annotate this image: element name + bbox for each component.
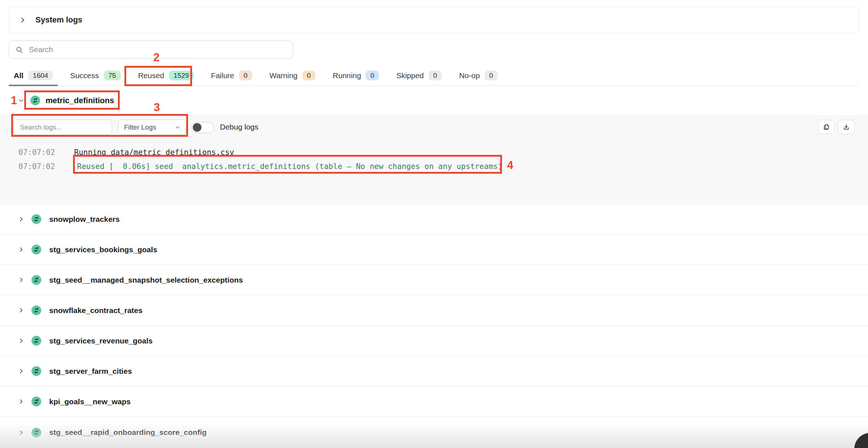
tab-count-badge: 1529 [169,71,193,80]
copy-logs-button[interactable] [818,120,835,134]
download-logs-button[interactable] [838,120,855,134]
reused-status-icon [31,336,41,346]
tab-label: Warning [269,71,297,80]
run-row[interactable]: stg_seed__managed_snapshot_selection_exc… [0,265,868,295]
run-row[interactable]: stg_seed__rapid_onboarding_score_config [0,417,868,448]
reused-status-icon [30,96,40,105]
log-message: Reused [ 0.06s] seed analytics.metric_de… [77,162,502,171]
search-icon [16,46,23,54]
run-row[interactable]: stg_services_revenue_goals [0,326,868,356]
run-row[interactable]: stg_server_farm_cities [0,356,868,386]
tab-label: Failure [211,71,234,80]
runs-list: snowplow_trackers stg_services_bookings_… [0,204,868,448]
chevron-right-icon [18,307,24,313]
tab-count-badge: 0 [302,71,316,80]
tab-label: Skipped [396,71,424,80]
chevron-right-icon [18,277,24,283]
debug-logs-label: Debug logs [220,123,258,131]
run-name: metric_definitions [46,88,114,113]
run-name: stg_seed__rapid_onboarding_score_config [49,428,207,437]
log-filter-label: Filter Logs [124,123,156,131]
download-icon [843,123,850,131]
debug-logs-toggle[interactable] [191,122,214,133]
tab-warning[interactable]: Warning 0 [264,68,320,86]
log-search-input[interactable] [14,119,112,135]
reused-status-icon [31,245,41,254]
chevron-down-icon [175,125,180,130]
tab-count-badge: 0 [429,71,442,80]
reused-status-icon [31,305,41,315]
tab-reused[interactable]: Reused 1529 [133,68,199,86]
run-row[interactable]: kpi_goals__new_waps [0,386,868,417]
log-panel: Filter Logs Debug logs 07:07:02 Running … [0,115,868,204]
log-filter-dropdown[interactable]: Filter Logs [118,119,186,135]
reused-status-icon [31,275,41,285]
chevron-right-icon [18,246,24,253]
run-row[interactable]: snowflake_contract_rates [0,295,868,326]
toggle-knob [193,123,201,132]
run-name: stg_services_bookings_goals [49,245,157,254]
chevron-right-icon[interactable] [19,17,26,24]
chevron-right-icon [18,398,24,405]
tab-all[interactable]: All 1604 [9,68,58,86]
reused-status-icon [31,366,41,376]
tab-label: All [14,71,24,80]
tab-skipped[interactable]: Skipped 0 [391,68,447,86]
run-name: snowplow_trackers [49,215,120,224]
reused-status-icon [31,214,41,224]
tab-count-badge: 0 [366,71,379,80]
run-row[interactable]: stg_services_bookings_goals [0,234,868,265]
log-message: Running data/metric_definitions.csv [74,148,234,157]
tab-label: Success [70,71,99,80]
status-filter-tabs: All 1604 Success 75 Reused 1529 Failure … [9,68,859,86]
tab-label: Reused [138,71,164,80]
tab-noop[interactable]: No-op 0 [454,68,503,86]
system-logs-header[interactable]: System logs [9,7,859,33]
chevron-right-icon [18,338,24,344]
tab-count-badge: 1604 [28,71,53,80]
global-search[interactable] [9,41,293,59]
chevron-down-icon[interactable] [18,97,24,103]
tab-count-badge: 75 [104,71,121,80]
log-timestamp: 07:07:02 [18,148,55,157]
tab-count-badge: 0 [485,71,498,80]
page-title: System logs [35,15,82,25]
tab-label: Running [333,71,361,80]
tab-count-badge: 0 [239,71,252,80]
chevron-right-icon [18,368,24,374]
copy-icon [823,123,830,131]
chevron-right-icon [18,430,24,436]
run-name: kpi_goals__new_waps [49,397,131,406]
run-name: stg_server_farm_cities [49,367,132,376]
search-input[interactable] [29,45,286,54]
chevron-right-icon [18,216,24,222]
run-name: stg_seed__managed_snapshot_selection_exc… [49,276,243,284]
run-name: stg_services_revenue_goals [49,337,153,345]
tab-running[interactable]: Running 0 [328,68,384,86]
run-name: snowflake_contract_rates [49,306,142,315]
tab-success[interactable]: Success 75 [65,68,126,86]
reused-status-icon [31,397,41,406]
tab-label: No-op [459,71,480,80]
run-row-metric-definitions[interactable]: metric_definitions [0,88,868,113]
tab-failure[interactable]: Failure 0 [206,68,257,86]
run-row[interactable]: snowplow_trackers [0,204,868,234]
reused-status-icon [31,428,41,438]
log-timestamp: 07:07:02 [18,162,55,171]
